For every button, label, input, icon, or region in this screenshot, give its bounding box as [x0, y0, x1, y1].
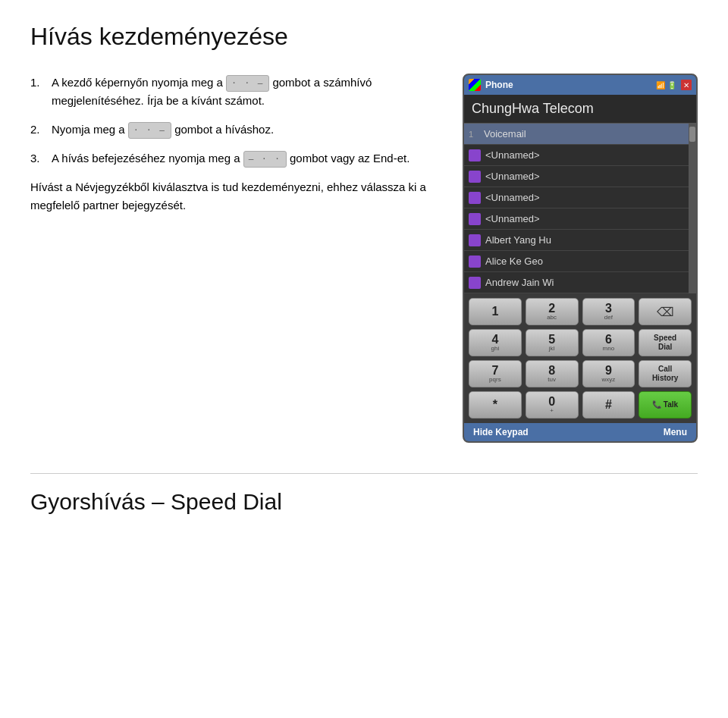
step-2: 2. Nyomja meg a · · — gombot a híváshoz.: [30, 121, 440, 139]
key-button-#[interactable]: #: [582, 391, 635, 419]
contact-item[interactable]: <Unnamed>: [464, 166, 689, 187]
key-sub-letters: ghi: [491, 346, 500, 352]
contact-name: <Unnamed>: [485, 192, 540, 203]
contact-icon: [469, 213, 481, 225]
menu-button[interactable]: Menu: [664, 427, 687, 437]
contact-item[interactable]: <Unnamed>: [464, 187, 689, 209]
key-main-digit: 9: [605, 365, 612, 377]
phone-button-icon-1: · · —: [226, 75, 269, 92]
contact-icon: [469, 256, 481, 268]
key-sub-letters: +: [550, 408, 554, 414]
phone-button-icon-2: · · —: [128, 122, 171, 139]
page-title: Hívás kezdeményezése: [30, 23, 698, 51]
key-sub-letters: def: [604, 315, 613, 321]
contact-icon: [469, 149, 481, 161]
key-button-7[interactable]: 7pqrs: [469, 360, 522, 387]
key-main-digit: 4: [491, 334, 498, 346]
key-sub-letters: wxyz: [601, 377, 615, 383]
additional-info: Hívást a Névjegyzékből kiválasztva is tu…: [30, 178, 440, 215]
contact-item[interactable]: 1Voicemail: [464, 124, 689, 145]
carrier-name: ChungHwa Telecom: [464, 95, 696, 124]
contact-list: 1Voicemail<Unnamed><Unnamed><Unnamed><Un…: [464, 124, 689, 293]
contact-item[interactable]: <Unnamed>: [464, 209, 689, 230]
key-main-digit: 1: [491, 306, 498, 318]
key-button-6[interactable]: 6mno: [582, 329, 635, 356]
keypad-grid: 12abc3def⌫4ghi5jkl6mnoSpeedDial7pqrs8tuv…: [469, 298, 692, 419]
phone-bottombar: Hide Keypad Menu: [464, 423, 696, 441]
title-icons: 📶 🔋 ✕: [656, 80, 692, 90]
phone-titlebar: Phone 📶 🔋 ✕: [464, 75, 696, 95]
windows-icon: [469, 79, 481, 91]
key-main-digit: 8: [548, 365, 555, 377]
contact-icon: [469, 277, 481, 289]
contact-icon: [469, 192, 481, 204]
contact-name: Andrew Jain Wi: [485, 277, 554, 288]
key-main-digit: #: [605, 399, 612, 411]
special-key-label: SpeedDial: [654, 334, 676, 352]
signal-icon: 📶: [656, 81, 665, 89]
hide-keypad-button[interactable]: Hide Keypad: [473, 427, 529, 437]
key-button-9[interactable]: 9wxyz: [582, 360, 635, 387]
step2-number: 2.: [30, 121, 46, 139]
key-button-3[interactable]: 3def: [582, 298, 635, 325]
contact-number: 1: [469, 130, 479, 139]
contact-name: <Unnamed>: [485, 213, 540, 224]
section-title: Gyorshívás – Speed Dial: [30, 473, 698, 515]
contact-name: Voicemail: [484, 128, 526, 140]
key-main-digit: 6: [605, 334, 612, 346]
contact-icon: [469, 171, 481, 183]
scrollbar-thumb[interactable]: [689, 127, 695, 142]
key-button-⌫[interactable]: ⌫: [639, 298, 692, 325]
step2-text: Nyomja meg a · · — gombot a híváshoz.: [52, 121, 274, 139]
step3-text: A hívás befejezéséhez nyomja meg a — · ·…: [52, 149, 410, 168]
contact-list-container: 1Voicemail<Unnamed><Unnamed><Unnamed><Un…: [464, 124, 696, 293]
key-button-0[interactable]: 0+: [526, 391, 579, 419]
step3-number: 3.: [30, 149, 46, 168]
key-button-*[interactable]: *: [469, 391, 522, 419]
key-sub-letters: abc: [547, 315, 557, 321]
key-main-digit: 5: [548, 334, 555, 346]
contact-item[interactable]: <Unnamed>: [464, 145, 689, 166]
key-main-digit: *: [493, 399, 497, 411]
key-button-1[interactable]: 1: [469, 298, 522, 325]
phone-keypad: 12abc3def⌫4ghi5jkl6mnoSpeedDial7pqrs8tuv…: [464, 293, 696, 423]
contact-item[interactable]: Andrew Jain Wi: [464, 272, 689, 293]
battery-icon: 🔋: [667, 81, 676, 89]
key-button-2[interactable]: 2abc: [526, 298, 579, 325]
scrollbar[interactable]: [689, 124, 696, 293]
key-button-4[interactable]: 4ghi: [469, 329, 522, 356]
contact-name: Albert Yang Hu: [485, 234, 551, 246]
step-1: 1. A kezdő képernyőn nyomja meg a · · — …: [30, 74, 440, 110]
backspace-icon: ⌫: [657, 305, 674, 319]
key-button-Call-History[interactable]: CallHistory: [639, 360, 692, 387]
key-main-digit: 7: [491, 365, 498, 377]
step1-number: 1.: [30, 74, 46, 110]
contact-item[interactable]: Alice Ke Geo: [464, 251, 689, 272]
contact-name: Alice Ke Geo: [485, 256, 543, 267]
key-button-5[interactable]: 5jkl: [526, 329, 579, 356]
key-main-digit: 2: [548, 303, 555, 315]
key-main-digit: 3: [605, 303, 612, 315]
step-3: 3. A hívás befejezéséhez nyomja meg a — …: [30, 149, 440, 168]
close-button[interactable]: ✕: [681, 80, 692, 90]
key-button-📞-Talk[interactable]: 📞 Talk: [639, 391, 692, 419]
key-sub-letters: jkl: [549, 346, 555, 352]
special-key-label: CallHistory: [652, 365, 678, 383]
instructions-panel: 1. A kezdő képernyőn nyomja meg a · · — …: [30, 74, 440, 225]
phone-device: Phone 📶 🔋 ✕ ChungHwa Telecom 1Voicemail<…: [463, 74, 698, 443]
talk-label: 📞 Talk: [652, 400, 678, 409]
key-sub-letters: tuv: [548, 377, 556, 383]
contact-name: <Unnamed>: [485, 171, 540, 182]
key-main-digit: 0: [548, 396, 555, 408]
contact-name: <Unnamed>: [485, 149, 540, 161]
step1-text: A kezdő képernyőn nyomja meg a · · — gom…: [52, 74, 440, 110]
phone-app-title: Phone: [485, 80, 656, 90]
key-button-Speed-Dial[interactable]: SpeedDial: [639, 329, 692, 356]
key-sub-letters: pqrs: [489, 377, 501, 383]
phone-button-icon-3: — · ·: [243, 151, 287, 168]
contact-item[interactable]: Albert Yang Hu: [464, 230, 689, 251]
contact-icon: [469, 234, 481, 246]
key-sub-letters: mno: [603, 346, 615, 352]
key-button-8[interactable]: 8tuv: [526, 360, 579, 387]
